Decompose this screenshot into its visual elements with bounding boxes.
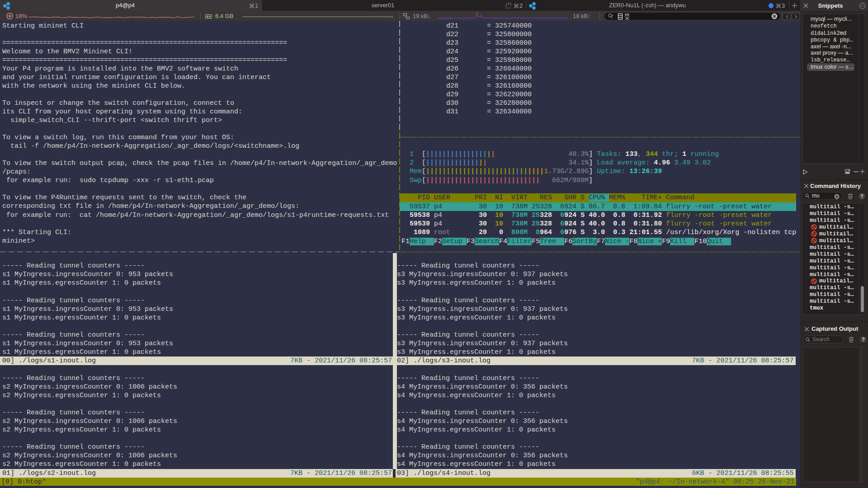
svg-text:?: ? [862,337,864,342]
svg-text:?: ? [860,194,863,199]
